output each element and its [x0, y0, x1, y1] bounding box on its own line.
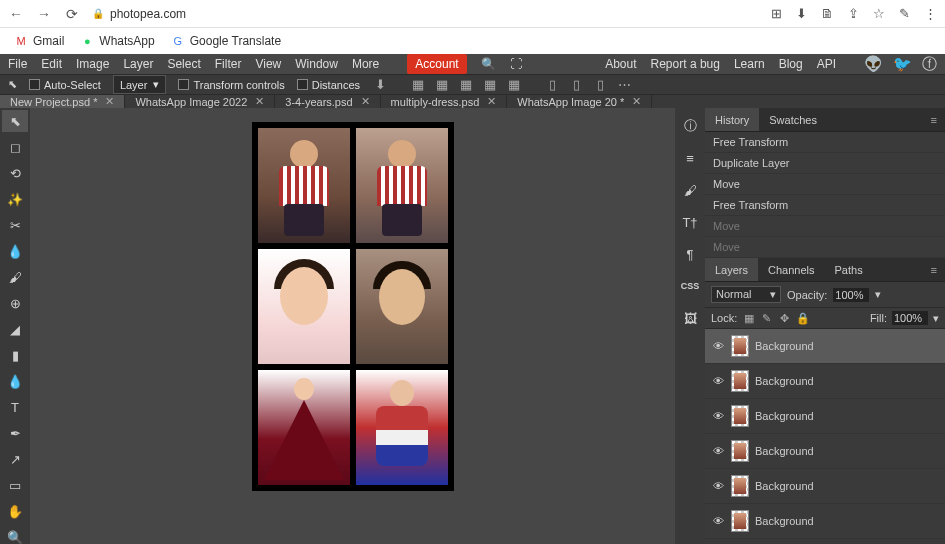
- forward-button[interactable]: →: [36, 6, 52, 22]
- doc-icon[interactable]: 🗎: [821, 6, 834, 21]
- pen-tool[interactable]: ✒: [2, 422, 28, 444]
- history-item[interactable]: Move: [705, 237, 945, 258]
- twitter-icon[interactable]: 🐦: [893, 55, 912, 74]
- eyedropper-tool[interactable]: 💧: [2, 240, 28, 262]
- eraser-tool[interactable]: ◢: [2, 318, 28, 340]
- menu-item[interactable]: Edit: [41, 57, 62, 71]
- distances-checkbox[interactable]: Distances: [297, 79, 360, 91]
- document-tab[interactable]: New Project.psd *✕: [0, 95, 125, 108]
- wand-tool[interactable]: ✨: [2, 188, 28, 210]
- paragraph-icon[interactable]: ≡: [678, 146, 702, 170]
- visibility-icon[interactable]: 👁: [711, 410, 725, 422]
- menu-item[interactable]: Layer: [123, 57, 153, 71]
- layer-row[interactable]: 👁Background: [705, 329, 945, 364]
- auto-select-checkbox[interactable]: Auto-Select: [29, 79, 101, 91]
- bookmark-item[interactable]: MGmail: [14, 34, 64, 48]
- menu-item[interactable]: Image: [76, 57, 109, 71]
- close-icon[interactable]: ✕: [361, 95, 370, 108]
- menu-link[interactable]: Blog: [779, 57, 803, 71]
- hand-tool[interactable]: ✋: [2, 500, 28, 522]
- menu-icon[interactable]: ⋮: [924, 6, 937, 21]
- layer-row[interactable]: 👁Background: [705, 434, 945, 469]
- close-icon[interactable]: ✕: [632, 95, 641, 108]
- chevron-down-icon[interactable]: ▾: [933, 312, 939, 325]
- back-button[interactable]: ←: [8, 6, 24, 22]
- brush-tool[interactable]: 🖌: [2, 266, 28, 288]
- panel-menu-icon[interactable]: ≡: [923, 264, 945, 276]
- search-icon[interactable]: 🔍: [481, 57, 496, 71]
- blend-mode-dropdown[interactable]: Normal▾: [711, 286, 781, 303]
- character-icon[interactable]: T†: [678, 210, 702, 234]
- lock-pixels-icon[interactable]: ▦: [742, 312, 755, 325]
- crop-tool[interactable]: ✂: [2, 214, 28, 236]
- menu-item[interactable]: Filter: [215, 57, 242, 71]
- chevron-down-icon[interactable]: ▾: [875, 288, 881, 301]
- type-tool[interactable]: T: [2, 396, 28, 418]
- fullscreen-icon[interactable]: ⛶: [510, 57, 522, 71]
- address-bar[interactable]: 🔒 photopea.com: [92, 7, 186, 21]
- menu-link[interactable]: Report a bug: [651, 57, 720, 71]
- download-icon[interactable]: ⬇: [372, 78, 388, 92]
- history-item[interactable]: Move: [705, 174, 945, 195]
- menu-link[interactable]: API: [817, 57, 836, 71]
- shape-tool[interactable]: ▭: [2, 474, 28, 496]
- share-icon[interactable]: ⇪: [848, 6, 859, 21]
- reddit-icon[interactable]: 👽: [864, 55, 883, 74]
- align-left-icon[interactable]: ▦: [410, 78, 426, 92]
- path-tool[interactable]: ↗: [2, 448, 28, 470]
- document-tab[interactable]: WhatsApp Image 20 *✕: [507, 95, 652, 108]
- more-options-icon[interactable]: ⋯: [616, 78, 632, 92]
- menu-item[interactable]: Select: [167, 57, 200, 71]
- facebook-icon[interactable]: ⓕ: [922, 55, 937, 74]
- image-icon[interactable]: 🖼: [678, 306, 702, 330]
- gradient-tool[interactable]: ▮: [2, 344, 28, 366]
- align-middle-icon[interactable]: ▦: [506, 78, 522, 92]
- marquee-tool[interactable]: ◻: [2, 136, 28, 158]
- blur-tool[interactable]: 💧: [2, 370, 28, 392]
- tab-swatches[interactable]: Swatches: [759, 108, 827, 131]
- layer-row[interactable]: 👁Background: [705, 364, 945, 399]
- close-icon[interactable]: ✕: [487, 95, 496, 108]
- history-item[interactable]: Duplicate Layer: [705, 153, 945, 174]
- history-item[interactable]: Move: [705, 216, 945, 237]
- tab-history[interactable]: History: [705, 108, 759, 131]
- account-button[interactable]: Account: [407, 54, 466, 74]
- info-icon[interactable]: ⓘ: [678, 114, 702, 138]
- canvas-area[interactable]: [30, 108, 675, 544]
- download-icon[interactable]: ⬇: [796, 6, 807, 21]
- menu-item[interactable]: Window: [295, 57, 338, 71]
- document-tab[interactable]: multiply-dress.psd✕: [381, 95, 508, 108]
- tab-channels[interactable]: Channels: [758, 258, 824, 281]
- distribute-v-icon[interactable]: ▯: [568, 78, 584, 92]
- menu-item[interactable]: View: [255, 57, 281, 71]
- lock-position-icon[interactable]: ✥: [778, 312, 791, 325]
- visibility-icon[interactable]: 👁: [711, 480, 725, 492]
- lock-brush-icon[interactable]: ✎: [760, 312, 773, 325]
- install-icon[interactable]: ⊞: [771, 6, 782, 21]
- bookmark-item[interactable]: ●WhatsApp: [80, 34, 154, 48]
- lasso-tool[interactable]: ⟲: [2, 162, 28, 184]
- visibility-icon[interactable]: 👁: [711, 340, 725, 352]
- opacity-input[interactable]: [833, 288, 869, 302]
- menu-link[interactable]: About: [605, 57, 636, 71]
- distribute-icon[interactable]: ▯: [592, 78, 608, 92]
- menu-item[interactable]: More: [352, 57, 379, 71]
- distribute-h-icon[interactable]: ▯: [544, 78, 560, 92]
- visibility-icon[interactable]: 👁: [711, 445, 725, 457]
- close-icon[interactable]: ✕: [105, 95, 114, 108]
- panel-menu-icon[interactable]: ≡: [923, 114, 945, 126]
- history-item[interactable]: Free Transform: [705, 132, 945, 153]
- reload-button[interactable]: ⟳: [64, 6, 80, 22]
- star-icon[interactable]: ☆: [873, 6, 885, 21]
- css-icon[interactable]: CSS: [678, 274, 702, 298]
- layer-row[interactable]: 👁Background: [705, 399, 945, 434]
- tab-layers[interactable]: Layers: [705, 258, 758, 281]
- align-center-icon[interactable]: ▦: [434, 78, 450, 92]
- history-item[interactable]: Free Transform: [705, 195, 945, 216]
- glyph-icon[interactable]: ¶: [678, 242, 702, 266]
- tab-paths[interactable]: Paths: [825, 258, 873, 281]
- align-top-icon[interactable]: ▦: [482, 78, 498, 92]
- target-dropdown[interactable]: Layer▾: [113, 75, 167, 94]
- extension-icon[interactable]: ✎: [899, 6, 910, 21]
- clone-tool[interactable]: ⊕: [2, 292, 28, 314]
